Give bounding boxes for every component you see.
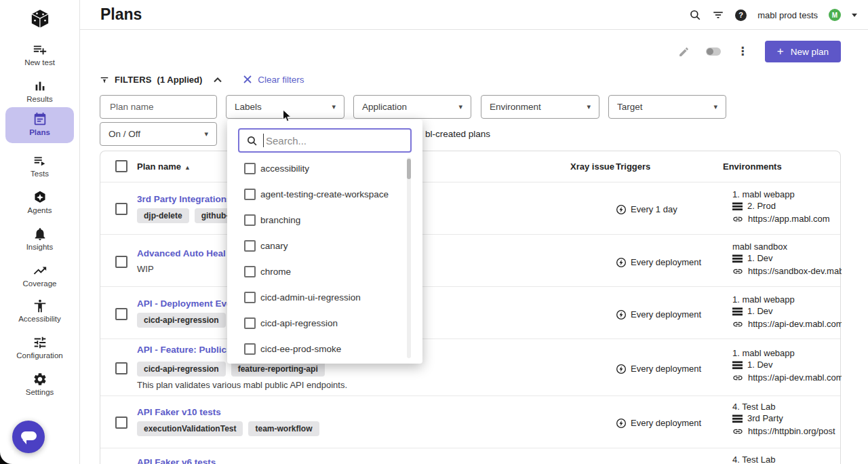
row-checkbox[interactable]: [115, 256, 127, 268]
option-checkbox[interactable]: [244, 214, 256, 226]
label-option[interactable]: agent-testing-create-workspace: [227, 182, 422, 208]
scrollbar-thumb[interactable]: [407, 159, 411, 179]
environment-filter-select[interactable]: Environment ▾: [481, 95, 599, 119]
label-option[interactable]: chrome: [227, 259, 422, 285]
sidebar-item-insights[interactable]: Insights: [0, 227, 79, 251]
env-name: 1. Dev: [747, 253, 773, 263]
chat-launcher-button[interactable]: [12, 421, 45, 453]
kebab-menu-icon[interactable]: ⋮: [737, 46, 749, 57]
application-filter-select[interactable]: Application ▾: [353, 95, 471, 119]
env-app: 4. Test Lab: [732, 455, 775, 464]
row-checkbox[interactable]: [115, 362, 127, 374]
link-icon: [732, 213, 743, 225]
option-checkbox[interactable]: [244, 163, 256, 174]
column-header-plan-name[interactable]: Plan name▲: [137, 161, 191, 172]
environment-list-icon: [732, 201, 743, 211]
on-off-filter-label: On / Off: [108, 129, 140, 139]
option-checkbox[interactable]: [244, 343, 256, 355]
env-url[interactable]: https://api-dev.mabl.com: [748, 372, 842, 383]
plan-name-link[interactable]: API Faker v10 tests: [137, 407, 221, 417]
edit-pencil-icon[interactable]: [678, 45, 690, 58]
sidebar-item-configuration[interactable]: Configuration: [0, 335, 79, 360]
bell-icon: [0, 227, 79, 241]
trigger-cell: Every deployment: [616, 417, 701, 429]
on-off-filter-select[interactable]: On / Off ▾: [100, 122, 217, 146]
table-divider: [100, 286, 840, 287]
sidebar-item-results[interactable]: Results: [0, 79, 79, 103]
label-option[interactable]: accessibility: [227, 156, 422, 182]
env-url[interactable]: https://sandbox-dev.mab: [748, 266, 842, 276]
env-url[interactable]: https://app.mabl.com: [748, 214, 830, 224]
env-name-line: 1. Dev: [732, 360, 773, 370]
sidebar-item-plans-selected[interactable]: Plans: [5, 107, 74, 143]
column-header-triggers[interactable]: Triggers: [616, 161, 650, 172]
trigger-text: Every 1 day: [631, 204, 677, 214]
filter-list-icon[interactable]: [712, 9, 724, 22]
playlist-add-icon: [0, 42, 79, 57]
label-chip: cicd-api-regression: [137, 362, 226, 376]
plan-name-link[interactable]: 3rd Party Integrations: [137, 194, 232, 204]
search-icon[interactable]: [689, 9, 701, 22]
label-option[interactable]: cicd-api-regression: [227, 311, 422, 336]
plan-description: This plan validates various mabl public …: [137, 380, 347, 390]
environment-filter-label: Environment: [490, 102, 541, 112]
label-option[interactable]: cicd-admin-ui-regression: [227, 285, 422, 311]
avatar[interactable]: M: [829, 9, 841, 21]
option-checkbox[interactable]: [244, 189, 256, 200]
clear-filters-x-icon[interactable]: [243, 75, 252, 84]
plan-name-input[interactable]: [108, 101, 208, 113]
help-icon[interactable]: ?: [735, 9, 747, 21]
sort-ascending-icon: ▲: [184, 164, 191, 171]
environment-list-icon: [732, 360, 743, 370]
new-plan-button[interactable]: + New plan: [765, 41, 841, 62]
row-checkbox[interactable]: [115, 417, 127, 429]
environment-list-icon: [732, 306, 743, 316]
clear-filters-link[interactable]: Clear filters: [258, 75, 304, 85]
sidebar-item-coverage[interactable]: Coverage: [0, 263, 79, 288]
sidebar-item-tests[interactable]: Tests: [0, 153, 79, 178]
plan-name-link[interactable]: Advanced Auto Heal: [137, 248, 226, 258]
sidebar-item-new-test[interactable]: New test: [0, 42, 79, 66]
env-name-line: 3rd Party: [732, 413, 783, 423]
option-checkbox[interactable]: [244, 240, 256, 252]
select-all-checkbox[interactable]: [115, 160, 127, 172]
sidebar-item-accessibility[interactable]: Accessibility: [0, 298, 79, 323]
mabl-logo[interactable]: [0, 7, 79, 22]
env-url[interactable]: https://httpbin.org/post: [748, 426, 835, 436]
target-filter-select[interactable]: Target ▾: [608, 95, 726, 119]
option-checkbox[interactable]: [244, 266, 256, 277]
option-label: accessibility: [260, 163, 309, 174]
plus-icon: +: [777, 45, 784, 58]
sidebar-item-settings[interactable]: Settings: [0, 372, 79, 396]
label-option[interactable]: canary: [227, 233, 422, 259]
sidebar-label: Accessibility: [0, 315, 79, 323]
workspace-name[interactable]: mabl prod tests: [757, 10, 818, 20]
row-checkbox[interactable]: [115, 203, 127, 215]
column-header-environments[interactable]: Environments: [723, 161, 782, 172]
plan-labels: executionValidationTest team-workflow: [137, 421, 319, 436]
toggle-icon[interactable]: [706, 47, 721, 56]
labels-search-input[interactable]: [264, 134, 403, 147]
label-option[interactable]: branching: [227, 208, 422, 233]
scrollbar-track[interactable]: [407, 157, 411, 358]
gear-icon: [0, 372, 79, 387]
row-checkbox[interactable]: [115, 308, 127, 320]
column-header-xray[interactable]: Xray issue: [570, 161, 614, 172]
label-option[interactable]: cicd-ee-prod-smoke: [227, 336, 422, 362]
filters-header: FILTERS (1 Applied) Clear filters: [100, 72, 304, 87]
workspace-caret-icon[interactable]: [852, 14, 857, 17]
trigger-cell: Every deployment: [616, 256, 701, 268]
chevron-down-icon: ▾: [204, 130, 208, 138]
plan-name-link[interactable]: API - Feature: Public A: [137, 345, 235, 355]
chevron-down-icon: ▾: [713, 102, 717, 111]
plan-name-link[interactable]: API - Deployment Ever: [137, 298, 235, 309]
option-checkbox[interactable]: [244, 317, 256, 329]
sidebar-item-agents[interactable]: Agents: [0, 190, 79, 214]
env-url-line: https://app.mabl.com: [732, 213, 830, 225]
plan-name-link[interactable]: API Faker v6 tests: [137, 457, 216, 464]
env-url[interactable]: https://api-dev.mabl.com: [748, 319, 842, 329]
option-checkbox[interactable]: [244, 292, 256, 303]
deployment-trigger-icon: [616, 204, 627, 215]
labels-search-box: [238, 128, 412, 153]
chevron-up-icon[interactable]: [213, 73, 222, 85]
